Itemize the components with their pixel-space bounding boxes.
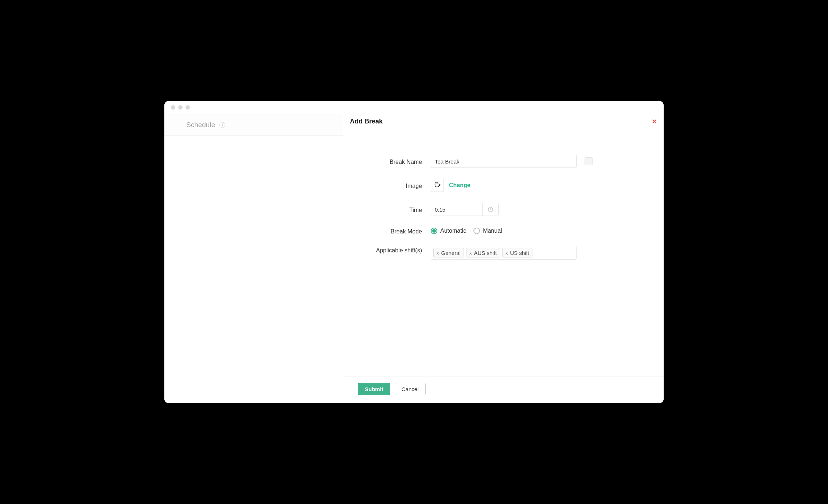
app-window: Schedule i Add Break ✕ Break Name Imag [164, 101, 664, 403]
remove-chip-icon[interactable]: x [505, 251, 508, 255]
sidebar-header: Schedule i [164, 114, 343, 136]
remove-chip-icon[interactable]: x [469, 251, 472, 255]
submit-button[interactable]: Submit [358, 383, 390, 395]
color-swatch[interactable] [585, 157, 593, 165]
panel-body: Break Name Image [343, 129, 664, 377]
break-name-input[interactable] [431, 155, 577, 168]
shift-chip: x AUS shift [466, 248, 500, 257]
radio-manual[interactable]: Manual [473, 228, 502, 234]
add-break-panel: Add Break ✕ Break Name Image [343, 114, 664, 403]
chip-label: US shift [510, 250, 529, 256]
panel-title: Add Break [350, 118, 383, 125]
close-icon[interactable]: ✕ [652, 118, 657, 125]
traffic-light-close[interactable] [171, 105, 175, 110]
cancel-button[interactable]: Cancel [395, 383, 426, 395]
chip-label: AUS shift [474, 250, 497, 256]
label-shifts: Applicable shift(s) [358, 246, 431, 254]
panel-header: Add Break ✕ [343, 114, 664, 129]
traffic-light-minimize[interactable] [178, 105, 183, 110]
traffic-light-zoom[interactable] [185, 105, 190, 110]
shift-chip: x US shift [502, 248, 532, 257]
coffee-cup-icon [433, 181, 441, 190]
sidebar-title: Schedule [186, 121, 215, 129]
row-image: Image [358, 179, 649, 192]
time-input-group [431, 203, 499, 216]
time-input[interactable] [431, 203, 482, 216]
window-titlebar [164, 101, 664, 114]
applicable-shifts-input[interactable]: x General x AUS shift x US shift [431, 246, 577, 260]
change-image-link[interactable]: Change [449, 182, 470, 189]
break-mode-radio-group: Automatic Manual [431, 228, 502, 234]
label-break-name: Break Name [358, 157, 431, 165]
radio-indicator-icon [473, 228, 480, 234]
clock-icon[interactable] [482, 203, 498, 216]
sidebar: Schedule i [164, 114, 343, 403]
label-break-mode: Break Mode [358, 227, 431, 235]
chip-label: General [441, 250, 461, 256]
row-shifts: Applicable shift(s) x General x AUS shif… [358, 246, 649, 260]
radio-label-automatic: Automatic [440, 228, 466, 234]
radio-label-manual: Manual [483, 228, 502, 234]
row-break-name: Break Name [358, 155, 649, 168]
panel-footer: Submit Cancel [343, 377, 664, 403]
content-area: Schedule i Add Break ✕ Break Name Imag [164, 114, 664, 403]
label-time: Time [358, 205, 431, 213]
radio-indicator-icon [431, 228, 437, 234]
label-image: Image [358, 181, 431, 189]
image-preview [431, 179, 444, 192]
remove-chip-icon[interactable]: x [437, 251, 439, 255]
row-time: Time [358, 203, 649, 216]
row-break-mode: Break Mode Automatic Manual [358, 227, 649, 235]
radio-automatic[interactable]: Automatic [431, 228, 466, 234]
shift-chip: x General [433, 248, 464, 257]
info-icon[interactable]: i [219, 122, 225, 128]
